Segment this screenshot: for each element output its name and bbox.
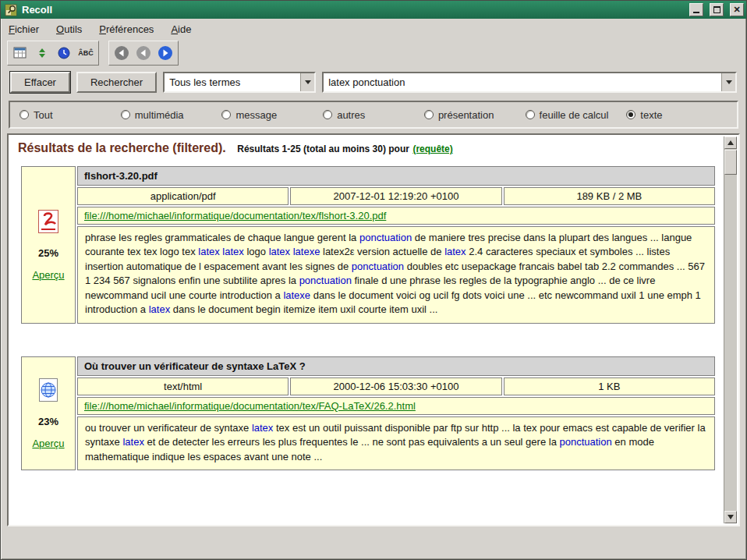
- result-size: 1 KB: [504, 377, 715, 395]
- spellcheck-button[interactable]: ÂBĈ: [76, 43, 96, 63]
- filter-radio-label: présentation: [438, 109, 494, 121]
- result-side: 25%Aperçu: [21, 166, 76, 324]
- radio-icon: [526, 110, 535, 119]
- relevance-percent: 25%: [38, 247, 58, 259]
- query-link[interactable]: (requête): [412, 144, 452, 154]
- toolbar-group-navigation: [108, 41, 179, 66]
- results-header: Résultats de la recherche (filtered). Ré…: [18, 141, 717, 155]
- highlighted-term: ponctuation: [559, 436, 611, 448]
- doc-type-filter-bar: Toutmultimédiamessageautresprésentationf…: [9, 101, 738, 129]
- filter-radio-texte[interactable]: texte: [626, 109, 728, 121]
- result-meta-row: text/html2000-12-06 15:03:30 +01001 KB: [77, 377, 715, 395]
- table-icon: [13, 46, 27, 60]
- highlighted-term: latex latexe: [269, 246, 320, 257]
- results-summary: Résultats 1-25 (total au moins 30) pour: [237, 144, 409, 154]
- query-chevron-down-icon[interactable]: [721, 73, 735, 91]
- scroll-up-button[interactable]: [724, 136, 737, 149]
- result-url-link[interactable]: file:///home/michael/informatique/docume…: [84, 210, 386, 222]
- search-button[interactable]: Rechercher: [76, 72, 157, 93]
- window-title: Recoll: [22, 4, 683, 16]
- close-button[interactable]: ✕: [730, 3, 744, 16]
- result-main: flshort-3.20.pdfapplication/pdf2007-12-0…: [77, 166, 715, 324]
- close-icon: ✕: [733, 5, 740, 14]
- result-abstract: ou trouver un verificateur de syntaxe la…: [77, 416, 715, 470]
- highlighted-term: latex: [444, 246, 466, 257]
- result-url-row: file:///home/michael/informatique/docume…: [77, 207, 715, 225]
- highlighted-term: latex latex: [198, 246, 244, 257]
- relevance-percent: 23%: [38, 416, 58, 427]
- filter-radio-label: multimédia: [135, 109, 184, 121]
- toolbar: ÂBĈ: [1, 39, 746, 67]
- prev-page-button[interactable]: [133, 43, 154, 63]
- maximize-button[interactable]: [710, 3, 724, 16]
- arrow-left-icon: [135, 44, 152, 62]
- filter-radio-label: message: [235, 109, 277, 121]
- result-mime: application/pdf: [77, 187, 289, 205]
- filter-radio-tout[interactable]: Tout: [19, 109, 121, 121]
- filter-radio-feuille-de-calcul[interactable]: feuille de calcul: [526, 109, 627, 121]
- first-page-button[interactable]: [112, 43, 132, 63]
- result-item: 25%Aperçuflshort-3.20.pdfapplication/pdf…: [21, 166, 715, 324]
- advanced-search-button[interactable]: [10, 43, 30, 63]
- radio-icon: [323, 110, 332, 119]
- highlighted-term: latex: [122, 436, 143, 448]
- result-size: 189 KB / 2 MB: [504, 187, 715, 205]
- menu-fichier[interactable]: Fichier: [9, 23, 39, 35]
- result-url-link[interactable]: file:///home/michael/informatique/docume…: [84, 400, 416, 412]
- minimize-button[interactable]: [689, 3, 703, 16]
- preview-link[interactable]: Aperçu: [32, 269, 64, 281]
- filter-radio-label: texte: [640, 109, 662, 121]
- radio-icon: [626, 110, 635, 119]
- scroll-down-button[interactable]: [724, 511, 737, 523]
- radio-icon: [221, 110, 231, 119]
- filter-radio-présentation[interactable]: présentation: [424, 109, 526, 121]
- chevron-down-icon[interactable]: [300, 73, 314, 91]
- menu-preferences[interactable]: Préférences: [99, 23, 154, 35]
- search-query-combo: [322, 72, 737, 93]
- result-mime: text/html: [77, 377, 289, 395]
- minimize-icon: [693, 7, 699, 13]
- doc-icon: [37, 377, 60, 406]
- search-input[interactable]: [324, 73, 721, 91]
- recoll-window: Recoll ✕ Fichier Outils Préférences Aide: [0, 0, 747, 560]
- sort-arrows-icon: [35, 46, 49, 60]
- result-item: 23%AperçuOù trouver un vérificateur de s…: [21, 356, 715, 470]
- scroll-up-icon: [728, 140, 734, 145]
- filter-radio-label: Tout: [34, 109, 53, 121]
- search-mode-value: Tous les termes: [165, 73, 300, 91]
- result-meta-row: application/pdf2007-12-01 12:19:20 +0100…: [77, 187, 715, 205]
- result-title: flshort-3.20.pdf: [77, 166, 715, 186]
- filter-radio-multimédia[interactable]: multimédia: [121, 109, 222, 121]
- sort-params-button[interactable]: [32, 43, 52, 63]
- filter-radio-autres[interactable]: autres: [323, 109, 424, 121]
- highlighted-term: latex: [252, 422, 273, 434]
- menu-outils[interactable]: Outils: [56, 23, 82, 35]
- clear-button[interactable]: Effacer: [10, 72, 70, 93]
- history-button[interactable]: [54, 43, 74, 63]
- radio-icon: [424, 110, 434, 119]
- maximize-icon: [713, 6, 720, 13]
- arrow-left-dark-icon: [113, 44, 130, 62]
- menu-bar: Fichier Outils Préférences Aide: [1, 19, 746, 39]
- result-url-row: file:///home/michael/informatique/docume…: [77, 397, 715, 415]
- spellcheck-icon: ÂBĈ: [78, 49, 94, 57]
- filter-radio-message[interactable]: message: [221, 109, 323, 121]
- toolbar-group-tools: ÂBĈ: [7, 41, 99, 66]
- menu-aide[interactable]: Aide: [171, 23, 191, 35]
- highlighted-term: latexe: [283, 289, 310, 301]
- results-title: Résultats de la recherche (filtered).: [18, 141, 226, 154]
- filter-radio-label: feuille de calcul: [540, 109, 609, 121]
- result-title: Où trouver un vérificateur de syntaxe La…: [77, 356, 715, 376]
- highlighted-term: latex: [149, 303, 170, 315]
- results-scrollbar[interactable]: [724, 136, 737, 523]
- highlighted-term: ponctuation: [352, 261, 404, 272]
- arrow-right-icon: [157, 44, 174, 62]
- result-side: 23%Aperçu: [21, 356, 76, 470]
- search-mode-select[interactable]: Tous les termes: [163, 72, 316, 93]
- result-date: 2000-12-06 15:03:30 +0100: [290, 377, 501, 395]
- next-page-button[interactable]: [155, 43, 175, 63]
- preview-link[interactable]: Aperçu: [32, 438, 64, 449]
- scrollbar-thumb[interactable]: [724, 150, 737, 175]
- app-icon: [5, 4, 17, 16]
- filter-radio-label: autres: [337, 109, 365, 121]
